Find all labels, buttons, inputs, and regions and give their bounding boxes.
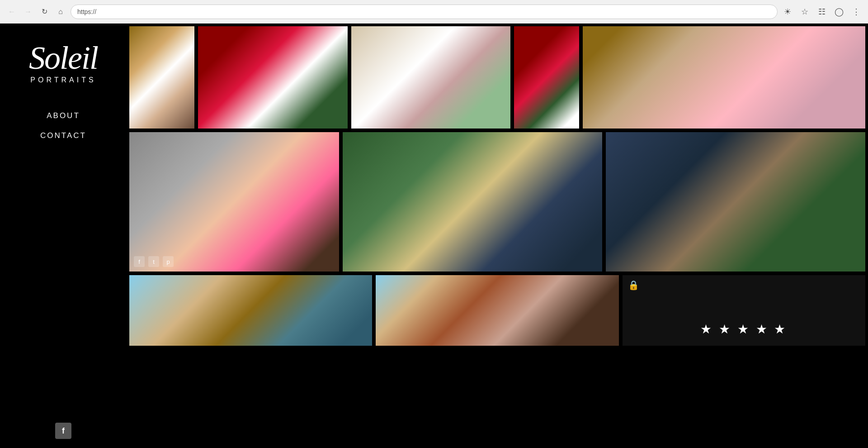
home-button[interactable]: ⌂	[54, 5, 67, 18]
photo-locked: 🔒 ★ ★ ★ ★ ★	[622, 274, 866, 347]
twitter-share-icon[interactable]: t	[148, 256, 159, 267]
nav-menu: ABOUT CONTACT	[40, 111, 86, 140]
gallery-container[interactable]: f t p 🔒 ★ ★ ★ ★ ★	[127, 24, 868, 448]
nav-item-about[interactable]: ABOUT	[47, 111, 80, 120]
nav-item-contact[interactable]: CONTACT	[40, 131, 86, 140]
forward-button[interactable]: →	[22, 5, 34, 18]
gallery-row-1	[128, 25, 866, 129]
photo-roses-close	[513, 25, 580, 129]
photo-man-dog	[342, 131, 603, 272]
user-profile-button[interactable]: ◯	[833, 5, 845, 18]
page-wrapper: Soleil PORTRAITS ABOUT CONTACT f	[0, 24, 868, 448]
browser-chrome: ← → ↻ ⌂ https:// ☀ ☆ ☷ ◯ ⋮	[0, 0, 868, 24]
photo-man-yorkie	[605, 131, 866, 272]
photo-bouquet-red	[197, 25, 349, 129]
sidebar-facebook-button[interactable]: f	[55, 423, 71, 439]
facebook-share-icon[interactable]: f	[134, 256, 145, 267]
back-button[interactable]: ←	[5, 5, 18, 18]
logo-container: Soleil PORTRAITS	[29, 42, 98, 84]
sidebar: Soleil PORTRAITS ABOUT CONTACT f	[0, 24, 127, 448]
pinterest-share-icon[interactable]: p	[163, 256, 174, 267]
browser-actions: ☀ ☆ ☷ ◯ ⋮	[781, 5, 863, 18]
extensions-button[interactable]: ☀	[781, 5, 794, 18]
photo-bride-solo	[128, 25, 195, 129]
photo-girl-smile: f t p	[128, 131, 340, 272]
photo-cake-flowers	[350, 25, 511, 129]
address-bar[interactable]: https://	[71, 5, 778, 19]
bookmarks-button[interactable]: ☆	[798, 5, 811, 18]
reload-button[interactable]: ↻	[38, 5, 51, 18]
stars-rating: ★ ★ ★ ★ ★	[700, 322, 787, 337]
logo-subtitle: PORTRAITS	[30, 76, 96, 84]
menu-button[interactable]: ⋮	[850, 5, 863, 18]
photo-toddler-pink	[582, 25, 866, 129]
lock-icon: 🔒	[628, 280, 639, 291]
photo-sisters-beach	[375, 274, 619, 347]
photo-beach-kids	[128, 274, 373, 347]
social-share-icons: f t p	[134, 256, 174, 267]
gallery-row-3: 🔒 ★ ★ ★ ★ ★	[128, 274, 866, 347]
gallery-row-2: f t p	[128, 131, 866, 272]
logo-text: Soleil	[29, 42, 98, 74]
profile-accounts-button[interactable]: ☷	[816, 5, 828, 18]
url-text: https://	[77, 8, 96, 15]
